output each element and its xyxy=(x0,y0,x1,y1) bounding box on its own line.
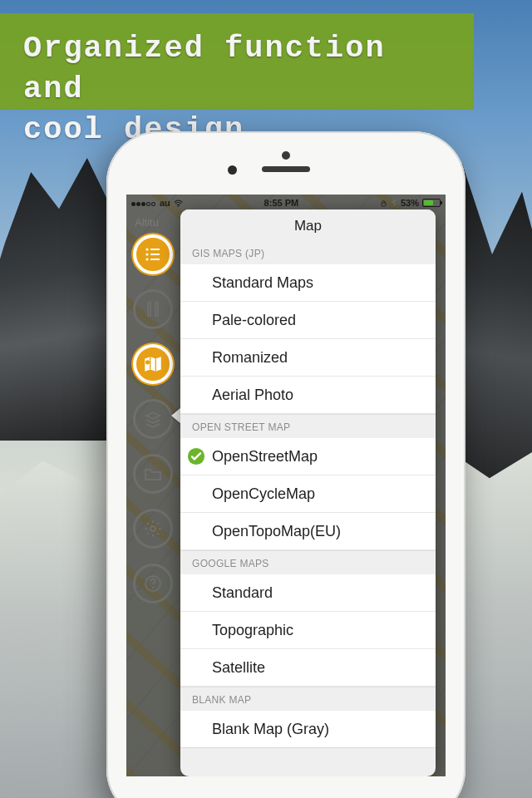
stack-icon xyxy=(143,409,163,429)
map-layers-icon xyxy=(142,353,164,375)
option-label: Blank Map (Gray) xyxy=(212,721,329,738)
svg-point-11 xyxy=(145,253,148,255)
option-label: OpenTopoMap(EU) xyxy=(212,523,341,540)
section-header-google: GOOGLE MAPS xyxy=(180,550,436,574)
battery-icon xyxy=(422,199,441,207)
map-option-opentopomap[interactable]: OpenTopoMap(EU) xyxy=(180,513,436,550)
map-option-google-satellite[interactable]: Satellite xyxy=(180,649,436,687)
popover-list[interactable]: GIS MAPS (JP) Standard Maps Pale-colored… xyxy=(180,241,436,776)
svg-point-18 xyxy=(150,526,155,531)
option-label: Satellite xyxy=(212,659,265,677)
map-option-blank-gray[interactable]: Blank Map (Gray) xyxy=(180,711,436,748)
promo-banner: Organized function and cool design. xyxy=(0,13,474,110)
gear-button[interactable] xyxy=(133,509,173,549)
help-icon xyxy=(143,574,163,594)
svg-point-20 xyxy=(152,587,154,589)
svg-point-17 xyxy=(145,360,150,364)
map-option-google-topographic[interactable]: Topographic xyxy=(180,612,436,649)
map-option-aerial-photo[interactable]: Aerial Photo xyxy=(180,377,436,414)
svg-rect-1 xyxy=(382,203,386,206)
menu-icon xyxy=(143,244,163,264)
section-header-gis: GIS MAPS (JP) xyxy=(180,241,436,264)
phone-sensor-icon xyxy=(282,151,290,160)
map-option-openstreetmap[interactable]: OpenStreetMap xyxy=(180,438,436,475)
phone-screen: au 8:55 PM 53% xyxy=(126,195,446,776)
status-time: 8:55 PM xyxy=(264,198,299,208)
ios-status-bar: au 8:55 PM 53% xyxy=(126,195,446,211)
svg-point-0 xyxy=(178,205,179,206)
option-label: OpenStreetMap xyxy=(212,448,318,466)
stack-button[interactable] xyxy=(133,399,173,439)
svg-rect-16 xyxy=(155,303,158,316)
map-option-standard-maps[interactable]: Standard Maps xyxy=(180,264,436,302)
option-label: Standard xyxy=(212,584,273,602)
map-layers-button[interactable] xyxy=(133,344,173,384)
svg-point-13 xyxy=(145,258,148,260)
phone-speaker-icon xyxy=(262,166,310,172)
side-rail xyxy=(133,234,173,603)
wifi-icon xyxy=(174,199,183,208)
map-popover: Map GIS MAPS (JP) Standard Maps Pale-col… xyxy=(180,209,436,776)
map-option-google-standard[interactable]: Standard xyxy=(180,574,436,612)
lock-icon xyxy=(380,199,387,208)
help-button[interactable] xyxy=(133,564,173,603)
option-label: Aerial Photo xyxy=(212,387,293,404)
svg-rect-10 xyxy=(150,249,160,250)
bluetooth-icon xyxy=(391,198,397,208)
phone-camera-icon xyxy=(228,165,237,175)
option-label: Topographic xyxy=(212,622,293,639)
svg-point-9 xyxy=(145,248,148,250)
check-icon xyxy=(187,447,205,466)
option-label: Romanized xyxy=(212,349,288,367)
section-header-blank: BLANK MAP xyxy=(180,687,436,711)
svg-rect-12 xyxy=(150,254,160,255)
option-label: OpenCycleMap xyxy=(212,485,315,503)
section-header-osm: OPEN STREET MAP xyxy=(180,414,436,438)
promo-headline-1: Organized function and xyxy=(23,31,386,106)
map-option-romanized[interactable]: Romanized xyxy=(180,339,436,377)
folder-icon xyxy=(143,464,163,484)
map-option-opencyclemap[interactable]: OpenCycleMap xyxy=(180,475,436,513)
tools-icon xyxy=(143,299,163,319)
menu-button[interactable] xyxy=(133,234,173,274)
carrier-label: au xyxy=(160,198,170,208)
tools-button[interactable] xyxy=(133,289,173,329)
folder-button[interactable] xyxy=(133,454,173,494)
popover-title: Map xyxy=(180,209,436,241)
phone-frame: au 8:55 PM 53% xyxy=(106,131,466,798)
map-option-pale-colored[interactable]: Pale-colored xyxy=(180,302,436,339)
gear-icon xyxy=(143,519,163,539)
signal-dots-icon xyxy=(131,198,156,208)
svg-rect-15 xyxy=(148,303,150,316)
battery-pct: 53% xyxy=(401,198,419,208)
option-label: Pale-colored xyxy=(212,312,296,329)
option-label: Standard Maps xyxy=(212,274,313,292)
svg-rect-14 xyxy=(150,259,160,260)
